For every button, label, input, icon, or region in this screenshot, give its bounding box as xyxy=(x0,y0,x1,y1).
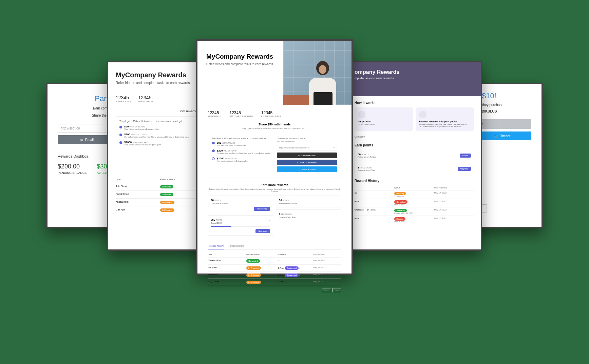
hiw-card: Redeem rewards with your points Redeem r… xyxy=(416,107,474,131)
tier-dot-icon xyxy=(119,134,122,136)
status-badge: In Progress xyxy=(246,274,261,277)
reward-tier: $1000 VISA GIFTCARDYour friend purchases… xyxy=(119,141,206,146)
progress-bar xyxy=(211,226,270,227)
status-badge: Expired xyxy=(394,217,405,221)
earn-action-button[interactable]: See plans xyxy=(255,229,270,233)
stat: 12345GIFTCARDS EARNED xyxy=(230,110,253,117)
share-url-field[interactable]: https://www.example.com/sharelink3495 ⧉ xyxy=(277,145,337,150)
mail-icon: ✉ xyxy=(80,138,83,142)
share-title: Share $50 with friends xyxy=(208,123,341,126)
status-badge: In Progress xyxy=(246,266,261,270)
table-row: Khalija PymIn Progress1 Prod Redeemed ›M… xyxy=(208,272,341,279)
earn-more-subtitle: Get points while using our product. Use … xyxy=(208,188,341,192)
status-badge: Available xyxy=(394,209,406,212)
stat: 12345REFERRALS xyxy=(208,110,222,117)
panel-company-rewards: ompany Rewards mplete tasks to earn rewa… xyxy=(346,61,482,251)
earn-item: 1 FREE MONTHUpgrade Your PlanUpgrade xyxy=(355,163,474,174)
mail-icon: ✉ xyxy=(298,154,300,157)
status-badge: In Progress xyxy=(160,208,175,212)
panel-mycompany-main: MyCompany Rewards Refer friends and comp… xyxy=(196,39,353,275)
chevron-down-icon: ⌄ xyxy=(336,199,339,202)
chevron-down-icon: ⌄ xyxy=(268,199,271,202)
reward-history-heading: Reward History xyxy=(355,179,474,183)
table-row: gramCancelledMay 24, 2022May 17, 2022 xyxy=(355,199,474,207)
status-badge: In Progress xyxy=(246,281,261,284)
earn-card[interactable]: ⌄50 POINTSFollow Us on Twitter xyxy=(276,196,341,207)
tier-dot-icon xyxy=(119,141,122,144)
stat: 12345GIFTCARDS xyxy=(138,95,154,103)
share-subtitle: They'll get a $50 credit towards a new a… xyxy=(208,127,341,129)
page-subtitle: Refer friends and complete tasks to earn… xyxy=(206,62,274,66)
status-badge: Converted xyxy=(246,259,260,263)
share-facebook-button[interactable]: fShare on Facebook xyxy=(277,160,337,165)
status-badge: Cancelled xyxy=(394,200,407,204)
table-row: amPending15 FollowersMay 17, 2022 xyxy=(355,190,474,199)
status-badge: Pending xyxy=(394,192,406,195)
stat: 12345POINTS BALANCE xyxy=(261,110,281,117)
tab-referral-history[interactable]: Referral history xyxy=(208,243,224,249)
hero-banner: ompany Rewards mplete tasks to earn rewa… xyxy=(348,62,481,96)
twitter-icon: 🐦 xyxy=(298,168,301,170)
chevron-down-icon: ⌄ xyxy=(268,218,271,222)
next-button[interactable]: Next xyxy=(332,288,341,292)
earn-points-heading: Earn points xyxy=(355,143,474,147)
tier-dot-icon xyxy=(119,126,122,128)
earn-card[interactable]: ⌄20 POINTSComplete a SurveyTake survey xyxy=(208,196,273,213)
reward-tier: $1000 VISA GIFTCARDYour friend purchases… xyxy=(212,157,272,162)
gift-icon xyxy=(419,111,426,118)
stat: 12345REFERRALS xyxy=(116,95,132,103)
tab-reward-history[interactable]: Reward history xyxy=(228,243,244,249)
reward-tier: $50 VISA GIFTCARDYour friend purchases a… xyxy=(119,125,206,130)
how-it-works-heading: How it works xyxy=(355,101,474,105)
earn-more-title: Earn more rewards xyxy=(208,183,341,187)
reward-tier: $200 VISA GIFTCARDOur sales team qualifi… xyxy=(212,149,272,154)
table-row: gramExpiredMay 23, 2022May 17, 2022 xyxy=(355,216,474,224)
page-title: MyCompany Rewards xyxy=(206,53,274,60)
pending-balance: $200.00 PENDING BALANCE xyxy=(58,163,87,175)
earn-card[interactable]: ⌄1 FREE MONTHUpgrade Your Plan xyxy=(276,209,341,221)
hiw-card: our product on your first friends xyxy=(355,107,413,131)
status-badge: Converted xyxy=(160,193,174,196)
share-twitter-button[interactable]: 🐦Tweet about us xyxy=(277,166,337,172)
tier-dot-icon xyxy=(212,157,215,160)
earn-action-button[interactable]: Follow xyxy=(460,154,471,158)
prev-button[interactable]: Prev xyxy=(322,288,331,292)
reward-badge: Redeemed xyxy=(285,266,299,270)
share-email-button[interactable]: ✉Share via email xyxy=(277,153,337,158)
earn-action-button[interactable]: Take survey xyxy=(254,207,270,211)
reward-tier: $50 VISA GIFTCARDYour friend purchases a… xyxy=(212,141,272,146)
chevron-down-icon: ⌄ xyxy=(336,213,339,216)
reward-badge: Redeemed xyxy=(285,274,299,277)
tier-dot-icon xyxy=(212,142,215,144)
tier-dot-icon xyxy=(212,149,215,152)
company-label: Company xyxy=(355,136,474,138)
copy-icon[interactable]: ⧉ xyxy=(333,146,335,149)
earn-card[interactable]: ⌄250 POINTSSpend $500See plans xyxy=(208,215,273,236)
table-row: Chioavani PymConverted ›May 31, 2022 xyxy=(208,258,341,265)
status-badge: In Progress xyxy=(160,201,175,204)
reward-tier: $200 VISA GIFTCARDOur sales team qualifi… xyxy=(119,133,206,138)
earn-action-button[interactable]: Upgrade xyxy=(458,167,471,171)
table-row: Challenge — 14 RanksAvailableExpires in … xyxy=(355,207,474,216)
cart-icon xyxy=(358,111,365,118)
facebook-icon: f xyxy=(297,161,298,163)
table-row: Gail PorterIn Progress1 Prod Redeemed ›M… xyxy=(208,265,341,272)
status-badge: Converted xyxy=(160,185,174,188)
hero-image xyxy=(283,41,352,105)
twitter-icon: 🐦 xyxy=(494,134,498,138)
table-row: Sully GibsonIn Progress1 Prod ›May 31, 2… xyxy=(208,279,341,286)
earn-item: 50 POINTSFollow Us on TwitterFollow xyxy=(355,150,474,161)
